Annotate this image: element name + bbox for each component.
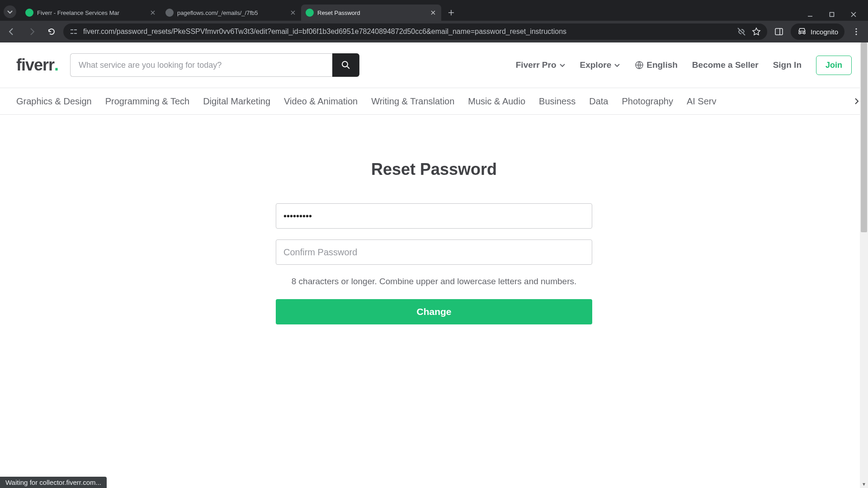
fiverr-pro-menu[interactable]: Fiverr Pro xyxy=(516,60,566,70)
incognito-label: Incognito xyxy=(811,28,838,36)
fiverr-logo[interactable]: fiverr. xyxy=(16,56,58,75)
browser-chrome: Fiverr - Freelance Services Mar pageflow… xyxy=(0,0,868,42)
browser-tab[interactable]: pageflows.com/_/emails/_/7fb5 xyxy=(161,5,301,21)
chevron-down-icon xyxy=(7,9,13,14)
tab-strip: Fiverr - Freelance Services Mar pageflow… xyxy=(0,0,868,21)
browser-status-bar: Waiting for collector.fiverr.com... xyxy=(0,477,107,488)
svg-rect-1 xyxy=(71,29,73,30)
close-window-button[interactable] xyxy=(849,12,858,17)
password-hint: 8 characters or longer. Combine upper an… xyxy=(292,277,577,286)
category-link[interactable]: Data xyxy=(589,96,608,107)
category-link[interactable]: Photography xyxy=(622,96,673,107)
arrow-left-icon xyxy=(7,27,16,36)
browser-menu-button[interactable] xyxy=(848,23,864,40)
fiverr-pro-label: Fiverr Pro xyxy=(516,60,557,70)
category-link[interactable]: Graphics & Design xyxy=(16,96,92,107)
reload-icon xyxy=(47,27,56,36)
explore-label: Explore xyxy=(580,60,612,70)
arrow-right-icon xyxy=(27,27,36,36)
eye-off-icon[interactable] xyxy=(736,27,746,37)
sign-in-link[interactable]: Sign In xyxy=(773,60,802,70)
maximize-button[interactable] xyxy=(827,12,836,17)
header-actions: Fiverr Pro Explore English Become a Sell… xyxy=(516,56,852,75)
back-button[interactable] xyxy=(4,23,20,40)
bookmark-star-icon[interactable] xyxy=(752,27,761,36)
svg-point-10 xyxy=(342,61,348,67)
plus-icon xyxy=(448,9,454,16)
favicon-pageflows-icon xyxy=(165,9,174,17)
site-header: fiverr. Fiverr Pro Explore English Becom… xyxy=(0,42,868,88)
globe-icon xyxy=(635,61,644,70)
explore-menu[interactable]: Explore xyxy=(580,60,621,70)
search-button[interactable] xyxy=(332,53,359,77)
minimize-icon xyxy=(807,12,813,17)
category-link[interactable]: Programming & Tech xyxy=(105,96,189,107)
site-settings-icon xyxy=(70,28,78,36)
browser-toolbar: fiverr.com/password_resets/PkeSSPVfmvr0v… xyxy=(0,21,868,42)
search-form xyxy=(70,53,359,77)
chevron-down-icon xyxy=(614,62,620,68)
search-input[interactable] xyxy=(70,53,332,77)
category-link[interactable]: Video & Animation xyxy=(284,96,358,107)
category-link[interactable]: Music & Audio xyxy=(468,96,525,107)
tab-close-button[interactable] xyxy=(149,9,156,16)
forward-button[interactable] xyxy=(24,23,40,40)
close-icon xyxy=(291,10,295,15)
tab-search-button[interactable] xyxy=(4,5,16,18)
svg-rect-2 xyxy=(74,29,77,30)
reload-button[interactable] xyxy=(43,23,60,40)
logo-dot: . xyxy=(54,56,58,75)
svg-rect-5 xyxy=(775,28,783,35)
favicon-fiverr-icon xyxy=(25,9,33,17)
close-icon xyxy=(151,10,155,15)
language-selector[interactable]: English xyxy=(635,60,678,70)
close-icon xyxy=(431,10,435,15)
sign-in-label: Sign In xyxy=(773,60,802,70)
incognito-icon xyxy=(797,27,807,37)
confirm-password-input[interactable] xyxy=(276,239,592,265)
svg-rect-0 xyxy=(830,13,834,17)
incognito-indicator[interactable]: Incognito xyxy=(791,23,844,40)
new-tab-button[interactable] xyxy=(445,6,458,19)
category-link[interactable]: Business xyxy=(539,96,576,107)
chevron-down-icon xyxy=(559,62,566,68)
tab-title: Reset Password xyxy=(317,9,426,16)
tab-title: pageflows.com/_/emails/_/7fb5 xyxy=(177,9,286,16)
maximize-icon xyxy=(829,12,835,17)
minimize-button[interactable] xyxy=(806,12,815,17)
url-text: fiverr.com/password_resets/PkeSSPVfmvr0v… xyxy=(83,28,731,36)
tab-close-button[interactable] xyxy=(289,9,297,16)
side-panel-button[interactable] xyxy=(771,23,787,40)
page-content: fiverr. Fiverr Pro Explore English Becom… xyxy=(0,42,868,488)
join-button[interactable]: Join xyxy=(816,56,852,75)
tab-title: Fiverr - Freelance Services Mar xyxy=(37,9,146,16)
browser-tab[interactable]: Fiverr - Freelance Services Mar xyxy=(21,5,161,21)
category-bar: Graphics & Design Programming & Tech Dig… xyxy=(0,88,868,115)
language-label: English xyxy=(646,60,678,70)
category-link[interactable]: Digital Marketing xyxy=(203,96,270,107)
favicon-fiverr-icon xyxy=(306,9,314,17)
search-icon xyxy=(341,60,351,70)
svg-point-9 xyxy=(855,33,857,35)
kebab-menu-icon xyxy=(852,28,860,36)
scrollbar-thumb[interactable] xyxy=(861,42,867,232)
vertical-scrollbar[interactable]: ▲ ▼ xyxy=(860,42,868,488)
svg-point-7 xyxy=(855,28,857,29)
svg-rect-4 xyxy=(74,33,77,34)
category-link[interactable]: AI Serv xyxy=(687,96,717,107)
password-input[interactable] xyxy=(276,203,592,229)
become-seller-link[interactable]: Become a Seller xyxy=(692,60,759,70)
logo-text: fiverr xyxy=(16,56,54,75)
page-title: Reset Password xyxy=(371,160,497,179)
tab-close-button[interactable] xyxy=(429,9,437,16)
address-bar[interactable]: fiverr.com/password_resets/PkeSSPVfmvr0v… xyxy=(63,23,767,40)
category-link[interactable]: Writing & Translation xyxy=(371,96,454,107)
window-controls xyxy=(806,12,864,17)
change-password-button[interactable]: Change xyxy=(276,299,592,324)
join-label: Join xyxy=(826,61,842,70)
browser-tab-active[interactable]: Reset Password xyxy=(301,5,441,21)
reset-password-form: Reset Password 8 characters or longer. C… xyxy=(0,115,868,324)
become-seller-label: Become a Seller xyxy=(692,60,759,70)
scroll-down-arrow[interactable]: ▼ xyxy=(860,480,868,488)
panel-icon xyxy=(774,27,783,36)
